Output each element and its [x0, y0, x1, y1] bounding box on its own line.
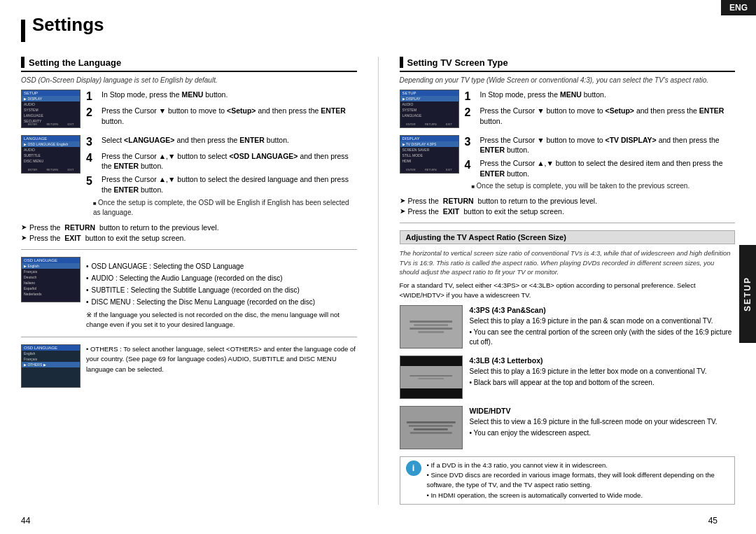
aspect-label-lb: 4:3LB (4:3 Letterbox): [470, 356, 736, 366]
step-num-2: 2: [86, 106, 97, 119]
aspect-section-subtitle: The horizontal to vertical screen size r…: [400, 248, 736, 276]
aspect-desc-wide: Select this to view a 16:9 picture in th…: [470, 417, 736, 427]
step-text-2: Press the Cursor ▼ button to move to <Se…: [102, 106, 357, 126]
left-section: Setting the Language OSD (On-Screen Disp…: [21, 57, 357, 505]
bottom-note-1: • If a DVD is in the 4:3 ratio, you cann…: [427, 461, 729, 470]
bottom-notes-box: i • If a DVD is in the 4:3 ratio, you ca…: [400, 456, 736, 505]
right-arrow-return: Press the RETURN button to return to the…: [400, 197, 736, 205]
left-section-bar: [21, 57, 24, 68]
page-number-right: 45: [708, 516, 718, 526]
aspect-item-lb: 4:3LB (4:3 Letterbox) Select this to pla…: [400, 356, 736, 399]
step-2: 2 Press the Cursor ▼ button to move to <…: [86, 106, 357, 126]
step-text-1: In Stop mode, press the MENU button.: [102, 90, 357, 100]
step-1: 1 In Stop mode, press the MENU button.: [86, 90, 357, 103]
bullet-osd: OSD LANGUAGE : Selecting the OSD Languag…: [86, 261, 357, 272]
aspect-text-wide: WIDE/HDTV Select this to view a 16:9 pic…: [470, 406, 736, 439]
bottom-note-2: • Since DVD discs are recorded in variou…: [427, 470, 729, 491]
step-3: 3 Select <LANGUAGE> and then press the E…: [86, 135, 357, 148]
arrow-step-exit: Press the EXIT button to exit the setup …: [21, 234, 357, 242]
disc-note: ※ If the language you selected is not re…: [86, 310, 357, 330]
bottom-notes-text: • If a DVD is in the 4:3 ratio, you cann…: [427, 461, 729, 500]
bullet-subtitle: SUBTITLE : Selecting the Subtitle Langua…: [86, 285, 357, 295]
column-separator: [378, 57, 379, 505]
aspect-text-ps: 4:3PS (4:3 Pan&Scan) Select this to play…: [470, 305, 736, 348]
right-section-bar: [400, 57, 403, 68]
left-note-1: Once the setup is complete, the OSD will…: [93, 198, 357, 218]
screen-image-3: OSD LANGUAGE ▶ English Français Deutsch …: [21, 257, 80, 302]
right-step-3: 3 Press the Cursor ▼ button to move to <…: [465, 135, 736, 155]
right-screen-image-2: DISPLAY ▶ TV DISPLAY 4:3PS SCREEN SAVER …: [400, 135, 459, 174]
aspect-img-lb: [400, 356, 463, 399]
step-num-4: 4: [86, 151, 97, 164]
aspect-bullet-lb: • Black bars will appear at the top and …: [470, 378, 736, 388]
right-screen-image-1: SETUP ▶ DISPLAY AUDIO SYSTEM LANGUAGE EN…: [400, 90, 459, 128]
step-num-3: 3: [86, 135, 97, 148]
aspect-item-ps: 4:3PS (4:3 Pan&Scan) Select this to play…: [400, 305, 736, 349]
right-arrow-exit: Press the EXIT button to exit the setup …: [400, 207, 736, 216]
screen-image-1: SETUP ▶ DISPLAY AUDIO SYSTEM LANGUAGE SE…: [21, 90, 80, 128]
info-bullets: OSD LANGUAGE : Selecting the OSD Languag…: [86, 261, 357, 330]
aspect-section-title: Adjusting the TV Aspect Ratio (Screen Si…: [400, 230, 736, 244]
right-note-1: Once the setup is complete, you will be …: [472, 181, 736, 191]
right-step-1: 1 In Stop mode, press the MENU button.: [465, 90, 736, 103]
page-number-left: 44: [21, 516, 30, 526]
for-standard-text: For a standard TV, select either <4:3PS>…: [400, 281, 736, 300]
bottom-note-3: • In HDMI operation, the screen is autom…: [427, 491, 729, 500]
left-section-subtitle: OSD (On-Screen Display) language is set …: [21, 76, 357, 84]
step-num-5: 5: [86, 174, 97, 188]
right-step-4: 4 Press the Cursor ▲,▼ button to select …: [465, 158, 736, 178]
screen-image-4: OSD LANGUAGE English Français ▶ OTHERS ▶: [21, 344, 80, 388]
others-note: • OTHERS : To select another language, s…: [86, 344, 357, 374]
aspect-desc-lb: Select this to play a 16:9 picture in th…: [470, 367, 736, 377]
aspect-label-wide: WIDE/HDTV: [470, 406, 736, 416]
step-4: 4 Press the Cursor ▲,▼ button to select …: [86, 151, 357, 171]
bullet-disc: DISC MENU : Selecting the Disc Menu Lang…: [86, 297, 357, 307]
arrow-step-return: Press the RETURN button to return to the…: [21, 223, 357, 232]
aspect-text-lb: 4:3LB (4:3 Letterbox) Select this to pla…: [470, 356, 736, 388]
left-section-title: Setting the Language: [29, 57, 121, 68]
right-section-subtitle: Depending on your TV type (Wide Screen o…: [400, 76, 736, 84]
aspect-label-ps: 4:3PS (4:3 Pan&Scan): [470, 305, 736, 316]
page-title: Settings: [32, 14, 104, 36]
screen-image-2: LANGUAGE ▶ OSD LANGUAGE English AUDIO SU…: [21, 135, 80, 174]
aspect-img-ps: [400, 305, 463, 349]
step-text-5: Press the Cursor ▲,▼ button to select th…: [102, 174, 357, 195]
aspect-bullet-wide: • You can enjoy the widescreen aspect.: [470, 428, 736, 438]
right-section: Setting TV Screen Type Depending on your…: [400, 57, 736, 505]
step-text-3: Select <LANGUAGE> and then press the ENT…: [102, 135, 357, 146]
aspect-img-wide: [400, 406, 463, 449]
step-text-4: Press the Cursor ▲,▼ button to select <O…: [102, 151, 357, 171]
aspect-bullet-ps: • You can see the central portion of the…: [470, 328, 736, 347]
step-5: 5 Press the Cursor ▲,▼ button to select …: [86, 174, 357, 195]
bullet-audio: AUDIO : Selecting the Audio Language (re…: [86, 273, 357, 283]
right-section-title: Setting TV Screen Type: [407, 57, 508, 68]
step-num-1: 1: [86, 90, 97, 103]
title-bar: [21, 20, 25, 42]
note-icon: i: [406, 461, 421, 476]
right-step-2: 2 Press the Cursor ▼ button to move to <…: [465, 106, 736, 126]
aspect-desc-ps: Select this to play a 16:9 picture in th…: [470, 316, 736, 326]
aspect-item-wide: WIDE/HDTV Select this to view a 16:9 pic…: [400, 406, 736, 449]
